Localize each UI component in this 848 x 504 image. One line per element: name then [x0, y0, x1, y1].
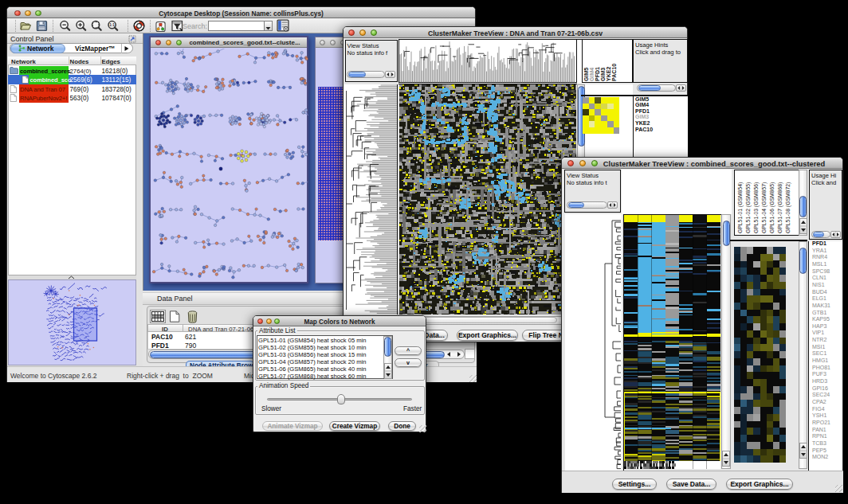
svg-text:PFD1: PFD1 [595, 67, 600, 81]
svg-text:YKE2: YKE2 [606, 66, 611, 80]
svg-text:FIG4: FIG4 [812, 406, 825, 412]
svg-text:GIM4: GIM4 [589, 67, 595, 80]
svg-text:RPO21: RPO21 [812, 420, 830, 425]
svg-text:PFD1: PFD1 [812, 240, 826, 246]
svg-text:GTB1: GTB1 [812, 310, 826, 315]
svg-text:NTR2: NTR2 [812, 337, 826, 342]
svg-text:GPI16: GPI16 [812, 385, 828, 391]
svg-text:HRD3: HRD3 [812, 378, 827, 384]
svg-text:MAK31: MAK31 [812, 303, 830, 308]
svg-text:GPL51-02 (GSM855): GPL51-02 (GSM855) [745, 182, 752, 233]
svg-text:TCB3: TCB3 [812, 440, 826, 446]
svg-text:BUD4: BUD4 [812, 289, 827, 295]
svg-text:HAP3: HAP3 [812, 323, 826, 329]
svg-text:PAN1: PAN1 [812, 427, 826, 432]
svg-text:PAC10: PAC10 [611, 63, 617, 80]
svg-text:1:1: 1:1 [109, 23, 115, 27]
svg-text:PEP5: PEP5 [812, 447, 826, 453]
svg-text:YRA1: YRA1 [812, 248, 826, 253]
svg-text:SPC98: SPC98 [812, 268, 830, 274]
svg-text:CLN1: CLN1 [812, 275, 826, 280]
svg-text:GIM3: GIM3 [600, 67, 606, 80]
svg-text:GPL51-06 (GSM865): GPL51-06 (GSM865) [769, 182, 775, 233]
svg-text:PHO81: PHO81 [812, 365, 830, 370]
svg-text:GPL51-03 (GSM856): GPL51-03 (GSM856) [753, 182, 760, 233]
svg-text:GPL51-04 (GSM857): GPL51-04 (GSM857) [761, 182, 768, 233]
svg-text:CPA2: CPA2 [812, 399, 826, 404]
svg-text:YSH1: YSH1 [812, 412, 826, 418]
svg-text:SEC1: SEC1 [812, 350, 826, 356]
svg-text:KAP95: KAP95 [812, 316, 830, 322]
svg-text:MSL1: MSL1 [812, 261, 826, 267]
svg-text:GPL51-08 (GSM872): GPL51-08 (GSM872) [785, 182, 791, 233]
svg-text:MON2: MON2 [812, 454, 828, 459]
svg-text:GPL51-01 (GSM854): GPL51-01 (GSM854) [737, 182, 744, 233]
svg-text:SEC24: SEC24 [812, 392, 830, 397]
svg-text:ELG1: ELG1 [812, 295, 826, 301]
svg-text:GPL51-07 (GSM868): GPL51-07 (GSM868) [777, 182, 783, 233]
svg-text:NIS1: NIS1 [812, 282, 825, 287]
svg-text:RPN1: RPN1 [812, 433, 827, 439]
svg-text:VIP1: VIP1 [812, 330, 824, 335]
svg-text:MSI1: MSI1 [812, 344, 825, 350]
svg-text:PUF3: PUF3 [812, 371, 826, 377]
svg-text:RNR4: RNR4 [812, 254, 827, 260]
svg-text:HMG1: HMG1 [812, 357, 828, 363]
svg-text:GIM5: GIM5 [583, 67, 589, 80]
